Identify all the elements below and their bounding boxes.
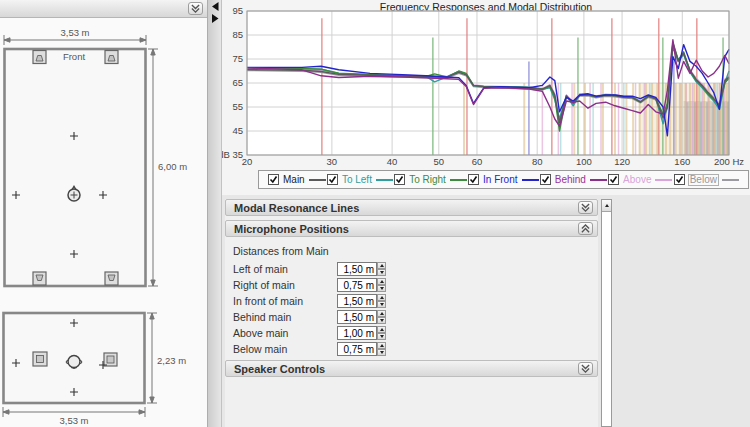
spin-up-arrow-icon: [380, 264, 384, 267]
legend-label-above: Above: [623, 175, 651, 185]
mic-distance-input-in-front-of-main[interactable]: [337, 294, 377, 308]
double-chevron-down-icon: [191, 4, 200, 14]
rear-left-speaker-icon[interactable]: [33, 272, 46, 285]
legend-item-in-front[interactable]: In Front: [468, 174, 538, 185]
front-right-speaker-icon[interactable]: [105, 51, 118, 64]
checkmark-icon: [541, 175, 550, 184]
top-view-width-dimension: 3,53 m: [4, 27, 146, 45]
mic-distance-row-above-main: Above main: [225, 325, 598, 341]
spin-up-button-left-of-main[interactable]: [377, 262, 386, 269]
legend-item-to-left[interactable]: To Left: [327, 174, 393, 185]
checkmark-icon: [269, 175, 278, 184]
spin-down-button-above-main[interactable]: [377, 333, 386, 340]
chart-plot-area: 958575655545dB 3520304050608010012016020…: [222, 0, 750, 170]
room-diagrams: 3,53 m Front: [0, 17, 207, 427]
svg-text:40: 40: [387, 156, 398, 167]
frequency-response-chart: Frequency Responses and Modal Distributi…: [222, 0, 750, 195]
legend-item-to-right[interactable]: To Right: [394, 174, 467, 185]
spin-down-button-below-main[interactable]: [377, 349, 386, 356]
svg-text:200 Hz: 200 Hz: [714, 156, 744, 167]
mic-distance-input-above-main[interactable]: [337, 326, 377, 340]
spin-up-arrow-icon: [380, 280, 384, 283]
spin-down-button-right-of-main[interactable]: [377, 285, 386, 292]
legend-checkbox-behind[interactable]: [540, 174, 551, 185]
mic-distance-label-behind-main: Behind main: [225, 311, 337, 323]
panel-splitter[interactable]: [207, 0, 222, 427]
legend-label-main: Main: [283, 175, 305, 185]
mic-distance-row-below-main: Below main: [225, 341, 598, 357]
svg-text:120: 120: [614, 156, 630, 167]
top-view-height-label: 6,00 m: [158, 161, 187, 172]
legend-checkbox-main[interactable]: [268, 174, 279, 185]
mic-distance-rows: Left of mainRight of mainIn front of mai…: [225, 261, 598, 357]
scrollbar-up-button[interactable]: [602, 200, 611, 212]
spin-down-button-behind-main[interactable]: [377, 317, 386, 324]
svg-text:60: 60: [472, 156, 483, 167]
right-speaker-icon-front-view[interactable]: [104, 353, 117, 366]
legend-line-swatch-to-left: [376, 179, 393, 181]
room-panel-header[interactable]: [0, 0, 207, 18]
front-left-speaker-icon[interactable]: [33, 51, 46, 64]
collapse-room-panel-button[interactable]: [188, 2, 203, 15]
legend-checkbox-to-left[interactable]: [327, 174, 338, 185]
mic-distance-row-right-of-main: Right of main: [225, 277, 598, 293]
front-view-height-label: 2,23 m: [157, 355, 186, 366]
spin-down-arrow-icon: [380, 319, 384, 322]
legend-checkbox-above[interactable]: [608, 174, 619, 185]
room-view-panel: 3,53 m Front: [0, 0, 207, 427]
top-view-width-label: 3,53 m: [60, 27, 89, 38]
svg-text:50: 50: [434, 156, 445, 167]
microphone-positions-header[interactable]: Microphone Positions: [225, 220, 598, 237]
legend-checkbox-below[interactable]: [674, 174, 685, 185]
spin-up-button-behind-main[interactable]: [377, 310, 386, 317]
application-window: 3,53 m Front: [0, 0, 750, 427]
spin-up-arrow-icon: [380, 312, 384, 315]
legend-checkbox-to-right[interactable]: [394, 174, 405, 185]
mic-distance-input-right-of-main[interactable]: [337, 278, 377, 292]
expand-speaker-controls-button[interactable]: [578, 362, 593, 375]
spin-down-arrow-icon: [380, 271, 384, 274]
spin-up-button-right-of-main[interactable]: [377, 278, 386, 285]
double-chevron-down-icon: [581, 364, 590, 374]
splitter-collapse-icon[interactable]: [208, 0, 223, 26]
panel-scrollbar[interactable]: [601, 199, 612, 427]
spin-up-arrow-icon: [380, 296, 384, 299]
spinner-below-main: [377, 342, 386, 356]
microphone-positions-title: Microphone Positions: [234, 223, 349, 235]
spin-down-button-in-front-of-main[interactable]: [377, 301, 386, 308]
scroll-up-arrow-icon: [605, 204, 609, 207]
spinner-right-of-main: [377, 278, 386, 292]
expand-modal-resonance-button[interactable]: [578, 201, 593, 214]
rear-right-speaker-icon[interactable]: [105, 272, 118, 285]
left-speaker-icon-front-view[interactable]: [33, 352, 47, 366]
front-wall-label: Front: [63, 51, 86, 62]
mic-distance-input-left-of-main[interactable]: [337, 262, 377, 276]
svg-text:80: 80: [532, 156, 543, 167]
legend-checkbox-in-front[interactable]: [468, 174, 479, 185]
spinner-above-main: [377, 326, 386, 340]
mic-distance-input-below-main[interactable]: [337, 342, 377, 356]
spin-up-button-in-front-of-main[interactable]: [377, 294, 386, 301]
spin-up-button-below-main[interactable]: [377, 342, 386, 349]
mic-distance-input-behind-main[interactable]: [337, 310, 377, 324]
legend-item-above[interactable]: Above: [608, 174, 672, 185]
mic-distance-label-right-of-main: Right of main: [225, 279, 337, 291]
controls-panel: Modal Resonance Lines Microphone Positio…: [225, 199, 598, 427]
legend-label-to-right: To Right: [409, 175, 446, 185]
spin-down-arrow-icon: [380, 303, 384, 306]
legend-item-behind[interactable]: Behind: [540, 174, 607, 185]
collapse-microphone-positions-button[interactable]: [578, 222, 593, 235]
modal-resonance-lines-header[interactable]: Modal Resonance Lines: [225, 199, 598, 216]
svg-text:dB 35: dB 35: [222, 149, 243, 160]
double-chevron-down-icon: [581, 203, 590, 213]
speaker-controls-header[interactable]: Speaker Controls: [225, 360, 598, 377]
spin-up-button-above-main[interactable]: [377, 326, 386, 333]
spin-down-button-left-of-main[interactable]: [377, 269, 386, 276]
svg-text:30: 30: [327, 156, 338, 167]
legend-line-swatch-to-right: [450, 179, 467, 181]
mic-distance-label-below-main: Below main: [225, 343, 337, 355]
spin-up-arrow-icon: [380, 328, 384, 331]
svg-text:45: 45: [232, 125, 243, 136]
legend-item-main[interactable]: Main: [268, 174, 326, 185]
legend-item-below[interactable]: Below: [674, 174, 739, 185]
